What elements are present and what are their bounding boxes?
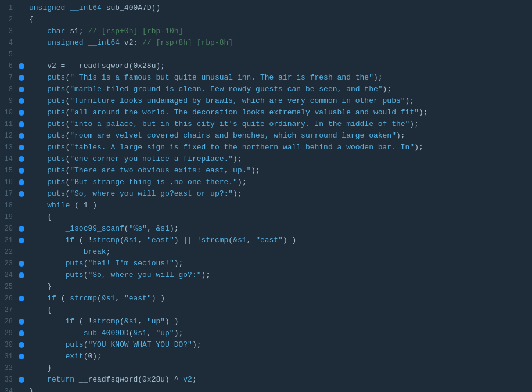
breakpoint-dot[interactable] [19, 87, 24, 92]
token-fn: puts [47, 120, 65, 128]
code-line: 31 exit(0); [0, 351, 532, 362]
breakpoint-empty[interactable] [19, 214, 24, 220]
breakpoint-dot[interactable] [19, 63, 24, 69]
breakpoint-empty[interactable] [19, 203, 24, 208]
breakpoint-dot[interactable] [19, 330, 24, 336]
breakpoint-dot[interactable] [19, 238, 24, 243]
token-plain [29, 224, 65, 233]
breakpoint-dot[interactable] [19, 156, 24, 162]
line-number: 2 [0, 14, 17, 26]
breakpoint-empty[interactable] [19, 52, 24, 57]
breakpoint-dot[interactable] [19, 319, 24, 325]
token-plain [29, 178, 47, 186]
code-text: puts("hei! I'm secious!"); [27, 258, 532, 269]
code-line: 22 break; [0, 246, 532, 258]
breakpoint-dot[interactable] [19, 191, 24, 197]
code-line: 8 puts("marble-tiled ground is clean. Fe… [0, 84, 532, 95]
line-number: 33 [0, 374, 17, 386]
token-plain [29, 62, 47, 70]
token-plain: , [147, 224, 156, 233]
token-plain [29, 375, 47, 384]
breakpoint-empty[interactable] [19, 5, 24, 11]
code-text: puts("So, where you will go?east or up?:… [27, 188, 532, 200]
breakpoint-dot[interactable] [19, 133, 24, 139]
token-str: "tables. A large sign is fixed to the no… [70, 143, 414, 152]
code-line: 20 _isoc99_scanf("%s", &s1); [0, 223, 532, 235]
code-text: while ( 1 ) [27, 200, 532, 211]
token-plain [29, 120, 47, 128]
code-line: 34} [0, 386, 532, 392]
line-number: 14 [0, 153, 17, 165]
token-plain: { [29, 213, 52, 221]
code-line: 13 puts("tables. A large sign is fixed t… [0, 142, 532, 153]
breakpoint-dot[interactable] [19, 261, 24, 267]
breakpoint-dot[interactable] [19, 296, 24, 301]
token-fn: puts [47, 189, 65, 198]
token-plain: ); [373, 73, 383, 82]
token-plain: ); [414, 143, 423, 152]
token-str: "YOU KNOW WHAT YOU DO?" [88, 340, 192, 349]
line-number: 12 [0, 130, 17, 142]
token-fn: exit [65, 352, 83, 361]
code-text: v2 = __readfsqword(0x28u); [27, 60, 532, 72]
breakpoint-dot[interactable] [19, 168, 24, 174]
breakpoint-empty[interactable] [19, 249, 24, 255]
token-ref: &s1 [124, 317, 138, 326]
breakpoint-dot[interactable] [19, 98, 24, 104]
code-line: 1unsigned __int64 sub_400A7D() [0, 2, 532, 14]
breakpoint-dot[interactable] [19, 272, 24, 278]
code-line: 9 puts("furniture looks undamaged by bra… [0, 95, 532, 107]
breakpoint-empty[interactable] [19, 365, 24, 371]
token-plain: ) ) [283, 236, 296, 244]
breakpoint-dot[interactable] [19, 226, 24, 232]
breakpoint-empty[interactable] [19, 307, 24, 313]
token-plain: { [29, 305, 52, 314]
breakpoint-empty[interactable] [19, 28, 24, 34]
token-plain: , [138, 236, 147, 244]
breakpoint-empty[interactable] [19, 40, 24, 46]
line-number: 1 [0, 2, 17, 14]
code-line: 32 } [0, 362, 532, 374]
token-str: "There are two obvious exits: east, up." [70, 166, 251, 175]
line-number: 4 [0, 37, 17, 49]
token-plain: ); [238, 178, 247, 186]
line-number: 8 [0, 84, 17, 95]
token-plain: ); [405, 96, 415, 105]
code-line: 12 puts("room are velvet covered chairs … [0, 130, 532, 142]
token-plain: ; [106, 247, 111, 256]
token-plain [29, 294, 47, 303]
breakpoint-dot[interactable] [19, 110, 24, 116]
line-number: 17 [0, 188, 17, 200]
token-plain: ); [174, 259, 184, 268]
token-fn: sub_4009DD [84, 329, 129, 337]
token-str: "marble-tiled ground is clean. Few rowdy… [70, 85, 382, 93]
token-plain [29, 352, 65, 361]
token-fn: puts [47, 178, 65, 186]
code-line: 26 if ( strcmp(&s1, "east") ) [0, 293, 532, 304]
breakpoint-dot[interactable] [19, 179, 24, 185]
breakpoint-dot[interactable] [19, 145, 24, 150]
code-line: 2{ [0, 14, 532, 26]
token-plain [29, 27, 47, 35]
token-var: v2 [183, 375, 192, 384]
token-kw: unsigned __int64 [47, 38, 120, 47]
token-plain [29, 154, 47, 163]
line-number: 32 [0, 362, 17, 374]
breakpoint-dot[interactable] [19, 121, 24, 127]
breakpoint-empty[interactable] [19, 284, 24, 290]
breakpoint-empty[interactable] [19, 17, 24, 23]
code-text: } [27, 386, 532, 392]
token-plain: ); [251, 166, 260, 175]
breakpoint-dot[interactable] [19, 342, 24, 348]
breakpoint-dot[interactable] [19, 75, 24, 81]
token-str: " This is a famous but quite unusual inn… [70, 73, 373, 82]
line-number: 28 [0, 316, 17, 328]
breakpoint-dot[interactable] [19, 354, 24, 359]
line-number: 18 [0, 200, 17, 211]
token-plain: ( [120, 317, 124, 326]
breakpoint-empty[interactable] [19, 389, 24, 392]
breakpoint-dot[interactable] [19, 377, 24, 383]
token-str: "up" [156, 329, 174, 337]
token-fn: strcmp [92, 317, 120, 326]
code-text: if ( !strcmp(&s1, "east") || !strcmp(&s1… [27, 235, 532, 246]
